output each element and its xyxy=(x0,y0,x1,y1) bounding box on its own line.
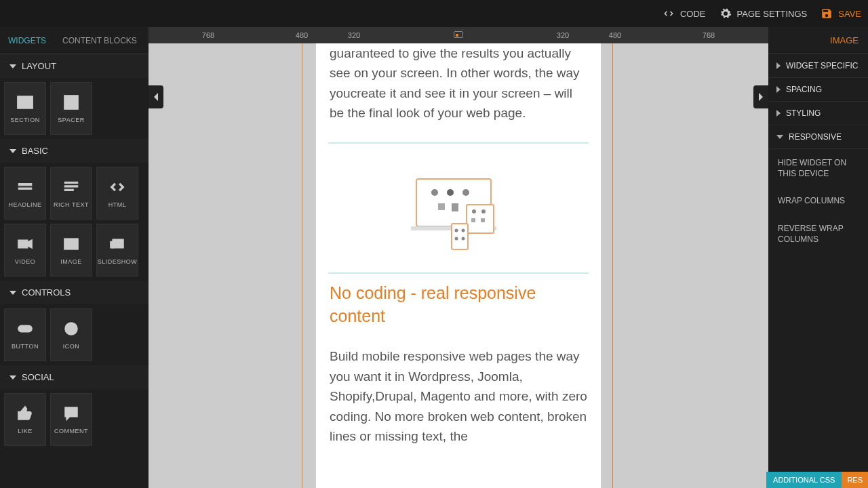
spacer-icon xyxy=(62,94,80,111)
widgets-panel: WIDGETS CONTENT BLOCKS LAYOUT SECTION SP… xyxy=(0,27,149,488)
widget-richtext[interactable]: RICH TEXT xyxy=(50,167,92,220)
canvas: 768 480 320 320 480 768 guaranteed to gi… xyxy=(149,27,768,488)
chevron-right-icon xyxy=(757,92,764,102)
section-styling[interactable]: STYLING xyxy=(768,102,868,125)
option-hide-widget[interactable]: HIDE WIDGET ON THIS DEVICE xyxy=(768,149,868,187)
option-wrap-columns[interactable]: WRAP COLUMNS xyxy=(768,187,868,214)
svg-rect-10 xyxy=(18,241,27,248)
tab-content-blocks[interactable]: CONTENT BLOCKS xyxy=(54,27,145,54)
device-indicator-icon xyxy=(454,31,463,38)
body-text: Build mobile responsive web pages the wa… xyxy=(330,346,587,446)
page-settings-button[interactable]: PAGE SETTINGS xyxy=(719,7,808,20)
section-responsive[interactable]: RESPONSIVE xyxy=(768,125,868,149)
reset-button[interactable]: RES xyxy=(842,472,868,488)
svg-point-20 xyxy=(71,411,72,413)
svg-point-37 xyxy=(455,237,458,240)
bottom-actions: ADDITIONAL CSS RES xyxy=(766,472,868,488)
tab-widgets[interactable]: WIDGETS xyxy=(0,27,54,54)
canvas-prev-button[interactable] xyxy=(149,85,163,108)
richtext-icon xyxy=(62,178,80,196)
additional-css-button[interactable]: ADDITIONAL CSS xyxy=(766,472,842,488)
section-widget-specific[interactable]: WIDGET SPECIFIC xyxy=(768,54,868,78)
svg-rect-32 xyxy=(471,218,475,222)
svg-point-25 xyxy=(447,189,454,196)
svg-rect-16 xyxy=(18,326,32,332)
page-settings-label: PAGE SETTINGS xyxy=(737,9,808,19)
svg-point-30 xyxy=(472,209,476,214)
canvas-next-button[interactable] xyxy=(753,85,768,108)
save-button[interactable]: SAVE xyxy=(821,7,861,20)
widget-html[interactable]: HTML xyxy=(96,167,138,220)
save-label: SAVE xyxy=(838,9,861,19)
svg-rect-34 xyxy=(452,224,468,249)
page-preview[interactable]: guaranteed to give the results you actua… xyxy=(316,43,601,488)
svg-rect-27 xyxy=(438,203,445,210)
code-icon xyxy=(663,7,675,20)
svg-rect-15 xyxy=(111,242,113,248)
svg-point-36 xyxy=(462,228,465,232)
svg-point-35 xyxy=(455,228,458,232)
comment-icon xyxy=(62,405,80,422)
like-icon xyxy=(16,405,34,422)
svg-rect-7 xyxy=(64,182,78,183)
widget-image[interactable]: IMAGE xyxy=(50,224,92,277)
svg-rect-6 xyxy=(18,188,32,189)
button-icon xyxy=(16,320,34,338)
svg-rect-0 xyxy=(18,96,33,108)
svg-point-19 xyxy=(68,411,70,413)
ruler: 768 480 320 320 480 768 xyxy=(149,27,768,43)
chevron-left-icon xyxy=(153,92,159,102)
group-basic[interactable]: BASIC xyxy=(0,139,149,163)
headline-icon xyxy=(16,178,34,196)
slideshow-icon xyxy=(108,235,126,253)
svg-point-21 xyxy=(73,411,74,413)
widget-like[interactable]: LIKE xyxy=(4,393,46,446)
properties-panel: IMAGE WIDGET SPECIFIC SPACING STYLING RE… xyxy=(768,27,868,488)
group-controls[interactable]: CONTROLS xyxy=(0,281,149,304)
widget-section[interactable]: SECTION xyxy=(4,82,46,135)
breakpoint-guide[interactable] xyxy=(612,43,613,488)
code-button[interactable]: CODE xyxy=(663,7,706,20)
widget-icon[interactable]: ICON xyxy=(50,308,92,361)
top-toolbar: CODE PAGE SETTINGS SAVE xyxy=(0,0,868,27)
svg-point-38 xyxy=(462,237,465,240)
icon-icon xyxy=(62,320,80,338)
svg-rect-33 xyxy=(481,218,485,222)
svg-rect-9 xyxy=(64,189,73,190)
properties-tab-image[interactable]: IMAGE xyxy=(768,27,868,54)
svg-rect-29 xyxy=(467,205,494,233)
body-text: guaranteed to give the results you actua… xyxy=(330,43,587,123)
html-icon xyxy=(108,178,126,196)
gear-icon xyxy=(719,7,732,20)
widget-video[interactable]: VIDEO xyxy=(4,224,46,277)
illustration xyxy=(328,153,589,274)
svg-point-26 xyxy=(462,189,469,196)
group-layout[interactable]: LAYOUT xyxy=(0,54,149,78)
svg-point-24 xyxy=(431,189,438,196)
devices-illustration-icon xyxy=(404,174,513,255)
option-reverse-wrap[interactable]: REVERSE WRAP COLUMNS xyxy=(768,215,868,253)
save-icon xyxy=(821,7,833,20)
breakpoint-guide[interactable] xyxy=(302,43,302,488)
section-spacing[interactable]: SPACING xyxy=(768,78,868,102)
svg-point-31 xyxy=(481,209,486,214)
code-label: CODE xyxy=(680,9,706,19)
svg-rect-5 xyxy=(18,184,32,186)
group-social[interactable]: SOCIAL xyxy=(0,365,149,389)
widget-comment[interactable]: COMMENT xyxy=(50,393,92,446)
video-icon xyxy=(16,235,34,253)
widget-slideshow[interactable]: SLIDESHOW xyxy=(96,224,138,277)
section-icon xyxy=(16,94,34,111)
section-divider xyxy=(328,142,589,144)
section-heading: No coding - real responsive content xyxy=(330,282,587,328)
widget-button[interactable]: BUTTON xyxy=(4,308,46,361)
svg-rect-8 xyxy=(64,186,78,187)
svg-marker-11 xyxy=(27,241,32,248)
svg-rect-28 xyxy=(452,203,458,211)
image-icon xyxy=(62,235,80,253)
widget-headline[interactable]: HEADLINE xyxy=(4,167,46,220)
widget-spacer[interactable]: SPACER xyxy=(50,82,92,135)
